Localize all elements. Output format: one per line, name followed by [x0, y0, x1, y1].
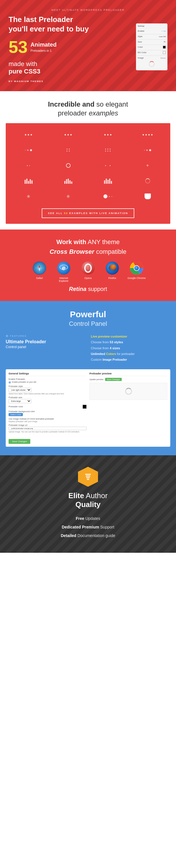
firefox-label: Firefox	[108, 277, 116, 280]
panel-heading: Powerful	[6, 310, 170, 319]
browsers-row: Safari e Internet Explorer	[6, 261, 170, 282]
hero-section: MEET ULTIMATE WORDPRESS PRELOADER The la…	[0, 0, 176, 91]
ex-item	[60, 144, 77, 156]
ex-item	[139, 144, 156, 156]
browser-item-safari: Safari	[30, 261, 49, 282]
ex-item	[60, 160, 77, 171]
ex-item	[99, 160, 117, 171]
feature-unlimited-colors: Unlimited Colors for preloader	[91, 352, 170, 356]
ie-label: Internet Explorer	[55, 277, 73, 282]
ex-item	[139, 175, 156, 187]
examples-row	[8, 144, 168, 156]
ex-item: +	[139, 160, 156, 171]
panel-sub: Control Panel	[6, 320, 170, 328]
browser-item-opera: Opera	[79, 261, 97, 282]
svg-text:e: e	[62, 265, 65, 272]
pm-save-changes-top-btn[interactable]: Save Changes	[105, 378, 122, 381]
hero-animated-label: Animated	[31, 41, 57, 48]
feature-custom-image: Custom Image Preloader	[91, 358, 170, 362]
browser-section: Work with ANY theme Cross Browser compat…	[0, 229, 176, 301]
hero-number: 53	[8, 39, 28, 56]
browser-item-firefox: Firefox	[103, 261, 122, 282]
see-all-button[interactable]: SEE ALL 53 EXAMPLES WITH LIVE ANIMATION	[42, 208, 135, 218]
chrome-icon	[130, 261, 143, 275]
ex-item: ✳	[20, 191, 37, 202]
ex-item: ✳	[60, 191, 77, 202]
opera-icon	[81, 261, 95, 275]
ex-item	[99, 191, 117, 202]
panel-mockup: General Settings Enable Preloader Enable…	[6, 369, 170, 447]
svg-point-16	[134, 266, 139, 270]
svg-point-10	[82, 261, 94, 275]
ex-item	[99, 144, 117, 156]
feature-53-styles: Choose from 53 styles	[91, 340, 170, 344]
ex-item	[60, 175, 77, 187]
firefox-icon	[106, 261, 119, 275]
elite-features: Free Updates Dedicated Premium Support D…	[6, 516, 170, 538]
examples-section: Incredible and so elegant preloader exam…	[0, 91, 176, 229]
elite-feature-docs: Detailed Documentation guide	[6, 533, 170, 539]
elite-feature-updates: Free Updates	[6, 516, 170, 522]
pm-size-select[interactable]: Extra large	[8, 399, 31, 403]
pm-enable-radio[interactable]	[8, 381, 11, 383]
pm-preview-area	[89, 383, 168, 400]
hero-by: BY MAGNIUM THEMES	[8, 80, 133, 83]
browser-item-ie: e Internet Explorer	[55, 261, 73, 282]
elite-section: Elite Author Quality Free Updates Dedica…	[0, 455, 176, 553]
examples-grid: +	[6, 123, 170, 224]
hero-panel-preview: Settings Enable ✓ On Style Line CW Size …	[136, 24, 168, 70]
chrome-label: Google Chrome	[127, 277, 146, 280]
opera-label: Opera	[84, 277, 91, 280]
features-label: ⚙ FEATURES	[6, 334, 85, 338]
browser-heading: Work with ANY theme	[6, 238, 170, 246]
pm-spinner	[125, 388, 132, 395]
pm-style-select[interactable]: Line right clockwise	[8, 388, 31, 392]
hero-title: The last Preloader you'll ever need to b…	[8, 15, 133, 33]
examples-row: ✳ ✳	[8, 191, 168, 202]
pm-bg-color-btn[interactable]: Select Color	[8, 413, 23, 416]
examples-heading: Incredible and so elegant preloader exam…	[6, 100, 170, 118]
ie-icon: e	[57, 261, 70, 275]
safari-label: Safari	[36, 277, 43, 280]
ex-item	[139, 129, 156, 140]
pm-url-input[interactable]	[8, 427, 87, 430]
pm-settings-title: General Settings	[8, 372, 87, 376]
pm-save-btn[interactable]: Save Changes	[8, 439, 30, 444]
safari-icon	[33, 261, 46, 275]
ex-item	[139, 191, 156, 202]
browser-item-chrome: Google Chrome	[127, 261, 146, 282]
panel-section: Powerful Control Panel ⚙ FEATURES Ultima…	[0, 301, 176, 455]
hero-made: made with pure CSS3	[8, 60, 133, 75]
elite-badge	[78, 467, 98, 487]
ex-item	[20, 175, 37, 187]
examples-row: +	[8, 160, 168, 171]
hero-pure-css3: pure CSS3	[8, 68, 40, 75]
panel-features: ⚙ FEATURES Ultimate Preloader Control pa…	[6, 334, 170, 364]
ex-item	[20, 129, 37, 140]
pm-color-picker[interactable]	[83, 405, 87, 409]
pm-preview-col: Preloader preview Update preview Save Ch…	[89, 372, 168, 434]
examples-row	[8, 129, 168, 140]
elite-feature-support: Dedicated Premium Support	[6, 524, 170, 530]
ex-item	[99, 129, 117, 140]
ex-item	[20, 144, 37, 156]
feature-live-preview: Live preview customizer	[91, 334, 170, 339]
panel-features-left: ⚙ FEATURES Ultimate Preloader Control pa…	[6, 334, 85, 364]
ex-item	[20, 160, 37, 171]
gear-icon: ⚙	[6, 334, 9, 338]
feature-4-sizes: Choose from 4 sizes	[91, 346, 170, 350]
pm-enable-label: Enable Preloader Enable preloader on you…	[8, 378, 37, 383]
ex-item	[60, 129, 77, 140]
hero-animated-sublabel: Preloaders in 1	[31, 49, 52, 52]
hero-top-label: MEET ULTIMATE WORDPRESS PRELOADER	[8, 8, 168, 11]
pm-update-label: Update preview	[89, 378, 104, 380]
browser-sub: Cross Browser compatible	[6, 248, 170, 255]
elite-badge-lines	[85, 474, 91, 480]
retina-support: Retina support	[6, 286, 170, 292]
panel-features-right: Live preview customizer Choose from 53 s…	[91, 334, 170, 364]
elite-title: Elite Author Quality	[6, 491, 170, 509]
pm-settings-col: General Settings Enable Preloader Enable…	[8, 372, 87, 434]
ex-item	[99, 175, 117, 187]
examples-row	[8, 175, 168, 187]
panel-title: Ultimate Preloader Control panel	[6, 339, 85, 349]
